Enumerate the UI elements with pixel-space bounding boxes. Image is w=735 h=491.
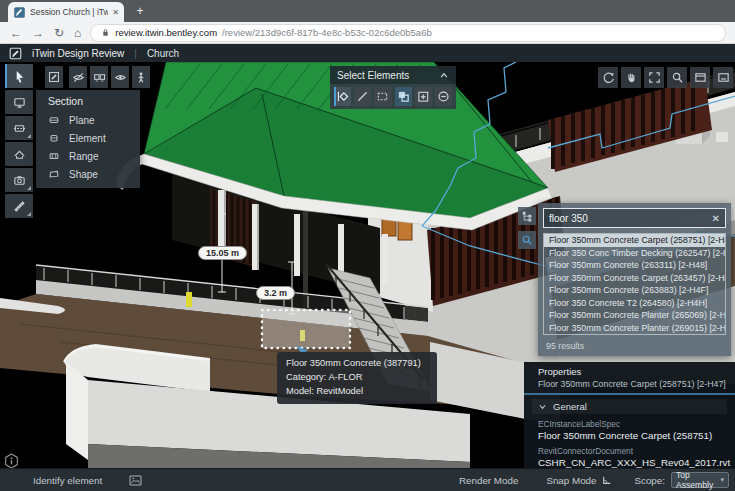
search-input[interactable]: floor 350 ✕ (543, 208, 726, 228)
itwin-logo-icon (9, 47, 22, 60)
select-elements-header[interactable]: Select Elements (330, 66, 456, 84)
flyout-item-label: Shape (69, 169, 98, 180)
itwin-favicon-icon (13, 6, 26, 19)
measure-tool-button[interactable] (5, 194, 33, 218)
section-element-icon (48, 132, 60, 144)
refresh-icon[interactable]: ↻ (54, 27, 64, 39)
camera-view-icon (13, 174, 26, 187)
element-tooltip: Floor 350mm Concrete (387791) Category: … (277, 352, 437, 404)
emphasize-elements-button[interactable] (90, 66, 108, 88)
pan-button[interactable] (621, 67, 641, 88)
search-result-item[interactable]: Floor 350mm Concrete Carpet (263457) [2-… (544, 272, 725, 285)
flyout-indicator (27, 186, 31, 190)
render-mode-button[interactable]: Render Mode (459, 475, 518, 486)
zoom-window-icon (671, 71, 684, 84)
lock-icon (101, 27, 110, 38)
back-icon[interactable]: ← (10, 27, 22, 39)
chevron-up-icon[interactable] (439, 71, 449, 79)
section-icon (13, 122, 26, 135)
line-select-icon (356, 90, 369, 103)
view-toolbar (598, 67, 733, 88)
roof-icon (13, 148, 26, 161)
window-area-button[interactable] (690, 67, 710, 88)
search-result-item[interactable]: Floor 350mm Concrete (263311) [2-H48] (544, 259, 725, 272)
search-result-item[interactable]: Floor 350mm Concrete Planter (265069) [2… (544, 309, 725, 322)
header-separator: | (134, 48, 137, 59)
orbit-button[interactable] (598, 67, 618, 88)
search-results-panel: floor 350 ✕ Floor 350mm Concrete Carpet … (538, 203, 731, 356)
viewport[interactable]: Section Plane Element Range Shape (0, 62, 735, 468)
browser-tab[interactable]: Session Church | iTwin Design Re ✕ (8, 2, 124, 22)
snapshot-icon[interactable] (129, 475, 142, 486)
search-result-item[interactable]: Floor 350mm Concrete Carpet (258751) [2-… (544, 234, 725, 247)
cursor-icon (13, 70, 26, 83)
tab-title: Session Church | iTwin Design Re (30, 7, 108, 17)
search-tab[interactable] (518, 231, 536, 249)
section-tool-button[interactable] (5, 116, 33, 140)
monitor-icon (13, 96, 26, 109)
section-flyout: Section Plane Element Range Shape (36, 90, 140, 188)
flyout-item-label: Range (69, 151, 98, 162)
model-tree-tab[interactable] (518, 207, 536, 225)
markup-icon (48, 71, 60, 83)
section-shape-icon (48, 168, 60, 180)
fit-view-button[interactable] (644, 67, 664, 88)
search-panel: floor 350 ✕ Floor 350mm Concrete Carpet … (518, 203, 731, 356)
snap-mode-label: Snap Mode (546, 475, 596, 486)
properties-subtitle: Floor 350mm Concrete Carpet (258751) [2-… (524, 377, 735, 393)
zoom-window-button[interactable] (667, 67, 687, 88)
display-tool-button[interactable] (5, 90, 33, 114)
scope-value: Top Assembly (676, 470, 720, 490)
measure-icon (13, 200, 26, 213)
box-select-button[interactable] (374, 87, 391, 106)
pick-select-button[interactable] (334, 87, 351, 106)
walk-tool-button[interactable] (132, 66, 150, 88)
tooltip-line-1: Floor 350mm Concrete (387791) (286, 357, 428, 371)
general-section-header[interactable]: General (532, 399, 727, 414)
flyout-item-shape[interactable]: Shape (36, 165, 140, 183)
search-result-item[interactable]: Floor 350 Concrete T2 (264580) [2-H4H] (544, 297, 725, 310)
search-result-item[interactable]: Floor 350mm Concrete (263883) [2-H4F] (544, 284, 725, 297)
show-elements-button[interactable] (111, 66, 129, 88)
add-selection-button[interactable] (415, 87, 432, 106)
results-count: 95 results (538, 335, 731, 351)
scope-select[interactable]: Top Assembly ▾ (671, 472, 729, 488)
general-section-label: General (553, 401, 587, 412)
search-panel-tabs (518, 203, 538, 356)
select-elements-title: Select Elements (337, 70, 409, 81)
section-flyout-title: Section (36, 90, 140, 111)
new-tab-button[interactable]: + (132, 4, 148, 20)
search-icon (521, 234, 533, 246)
info-badge[interactable] (4, 453, 19, 469)
flyout-item-element[interactable]: Element (36, 129, 140, 147)
replace-selection-button[interactable] (395, 87, 412, 106)
property-label: RevitConnectorDocument (524, 441, 735, 456)
properties-title: Properties (524, 366, 735, 377)
search-result-item[interactable]: Floor 350 Conc Timber Decking (262547) [… (544, 247, 725, 260)
property-value[interactable]: Floor 350mm Concrete Carpet (258751) (524, 429, 735, 441)
hide-elements-button[interactable] (69, 66, 87, 88)
markup-button[interactable] (45, 66, 63, 88)
clip-volume-button[interactable] (5, 142, 33, 166)
window-collapse-button[interactable] (713, 67, 733, 88)
app-header: iTwin Design Review | Church (0, 44, 735, 62)
remove-selection-button[interactable] (435, 87, 452, 106)
search-result-item[interactable]: Floor 350mm Concrete Planter (269015) [2… (544, 322, 725, 335)
property-value[interactable]: CSHR_CN_ARC_XXX_HS_Rev04_2017.rvt (524, 456, 735, 468)
flyout-item-plane[interactable]: Plane (36, 111, 140, 129)
line-select-button[interactable] (354, 87, 371, 106)
url-field[interactable]: review.itwin.bentley.com/review/213d9c6f… (91, 25, 725, 41)
project-name[interactable]: Church (147, 48, 179, 59)
select-tool-button[interactable] (5, 64, 33, 88)
forward-icon[interactable]: → (32, 27, 44, 39)
tree-icon (521, 210, 533, 222)
clear-search-icon[interactable]: ✕ (712, 213, 720, 224)
properties-panel: Properties Floor 350mm Concrete Carpet (… (524, 362, 735, 468)
browser-toolbar: ← → ↻ ⌂ review.itwin.bentley.com/review/… (0, 22, 735, 44)
eye-icon (114, 71, 127, 84)
saved-views-button[interactable] (5, 168, 33, 192)
snap-mode-button[interactable]: Snap Mode (546, 475, 612, 486)
tab-close-icon[interactable]: ✕ (112, 8, 119, 17)
home-icon[interactable]: ⌂ (74, 27, 81, 39)
flyout-item-range[interactable]: Range (36, 147, 140, 165)
